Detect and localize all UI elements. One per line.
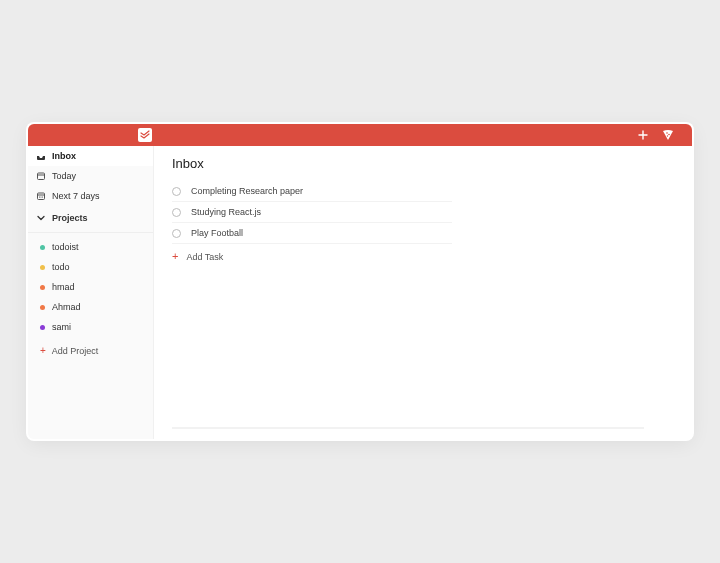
project-color-dot [40,305,45,310]
task-title: Completing Research paper [191,186,303,196]
sidebar-project-item[interactable]: sami [28,317,153,337]
main-panel: Inbox Completing Research paper Studying… [154,146,692,439]
app-window: Inbox Today Next 7 days Projects [28,124,692,439]
svg-point-9 [42,196,43,197]
task-row[interactable]: Completing Research paper [172,181,452,202]
project-name: todoist [52,242,79,252]
sidebar-item-next7[interactable]: Next 7 days [28,186,153,206]
chevron-down-icon [36,213,46,223]
sidebar-item-label: Next 7 days [52,191,100,201]
sidebar-item-inbox[interactable]: Inbox [28,146,153,166]
task-checkbox[interactable] [172,208,181,217]
project-color-dot [40,325,45,330]
project-color-dot [40,265,45,270]
sidebar-project-item[interactable]: Ahmad [28,297,153,317]
todoist-logo-icon[interactable] [138,128,152,142]
sidebar-item-label: Inbox [52,151,76,161]
sidebar-item-label: Projects [52,213,88,223]
svg-point-1 [668,134,670,136]
task-checkbox[interactable] [172,229,181,238]
page-title: Inbox [172,156,674,171]
plus-icon: + [40,346,46,356]
project-name: sami [52,322,71,332]
sidebar-divider [28,232,153,233]
project-name: hmad [52,282,75,292]
sidebar: Inbox Today Next 7 days Projects [28,146,154,439]
add-task-label: Add Task [186,252,223,262]
plus-icon: + [172,251,178,262]
quick-add-button[interactable] [638,130,648,140]
inbox-icon [36,151,46,161]
sidebar-project-item[interactable]: hmad [28,277,153,297]
horizontal-scrollbar[interactable] [172,427,644,429]
sidebar-project-item[interactable]: todoist [28,237,153,257]
task-title: Play Football [191,228,243,238]
sidebar-project-item[interactable]: todo [28,257,153,277]
sidebar-projects-header[interactable]: Projects [28,208,153,228]
svg-point-0 [666,132,668,134]
svg-rect-3 [38,173,45,180]
task-row[interactable]: Studying React.js [172,202,452,223]
header-bar [28,124,692,146]
project-color-dot [40,285,45,290]
calendar-week-icon [36,191,46,201]
app-body: Inbox Today Next 7 days Projects [28,146,692,439]
add-task-button[interactable]: + Add Task [172,244,674,269]
project-name: todo [52,262,70,272]
calendar-today-icon [36,171,46,181]
project-name: Ahmad [52,302,81,312]
task-row[interactable]: Play Football [172,223,452,244]
svg-rect-5 [38,193,45,200]
svg-point-7 [39,196,40,197]
sidebar-item-label: Today [52,171,76,181]
sidebar-item-today[interactable]: Today [28,166,153,186]
project-color-dot [40,245,45,250]
add-project-button[interactable]: + Add Project [28,341,153,361]
add-project-label: Add Project [52,346,99,356]
svg-point-2 [667,135,668,136]
task-checkbox[interactable] [172,187,181,196]
task-title: Studying React.js [191,207,261,217]
pizza-icon[interactable] [662,129,674,141]
svg-point-8 [40,196,41,197]
